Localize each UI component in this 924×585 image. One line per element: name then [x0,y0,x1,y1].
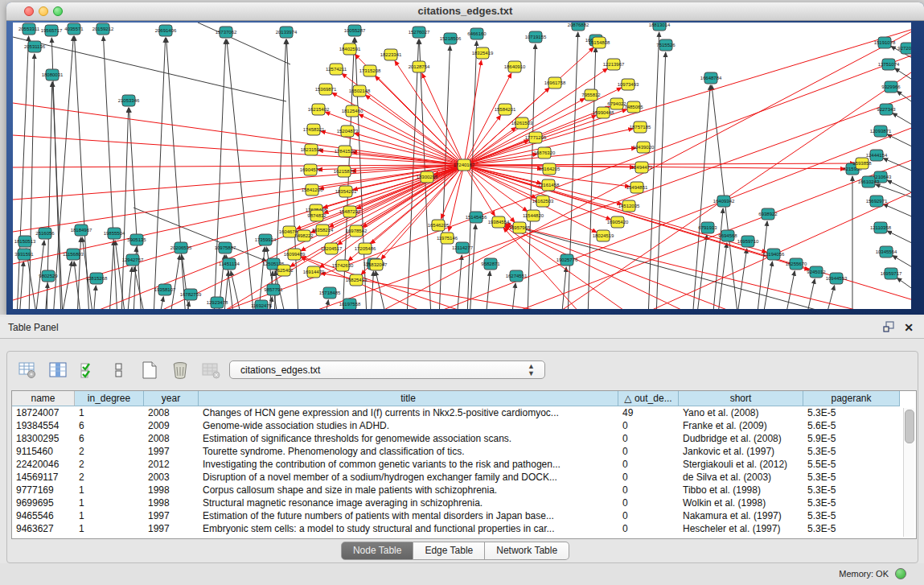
table-header-row[interactable]: namein_degreeyeartitle△ out_de...shortpa… [12,391,916,406]
show-columns-icon[interactable] [47,359,69,381]
column-header-short[interactable]: short [679,391,803,406]
network-edge[interactable] [109,241,113,309]
table-cell[interactable]: 0 [618,509,679,522]
memory-status-indicator[interactable] [895,568,906,579]
table-cell[interactable]: 6 [75,432,144,445]
network-edge[interactable] [561,267,566,309]
table-cell[interactable]: Stergiakouli et al. (2012) [679,458,803,471]
table-cell[interactable]: 18300295 [12,432,75,445]
network-edge[interactable] [133,208,267,262]
table-cell[interactable]: Franke et al. (2009) [679,419,803,432]
table-cell[interactable]: 9463627 [12,522,75,535]
table-cell[interactable]: Embryonic stem cells: a model to study s… [199,522,618,535]
table-row[interactable]: 911546021997Tourette syndrome. Phenomeno… [12,445,916,458]
table-cell[interactable]: 1 [75,406,144,419]
network-edge[interactable] [648,32,659,309]
network-edge[interactable] [893,256,911,268]
tab-node-table[interactable]: Node Table [341,542,414,560]
network-canvas-svg[interactable]: 2055331119565717403557120159212206914061… [13,23,911,309]
network-edge[interactable] [470,225,475,309]
scrollbar-thumb[interactable] [905,410,914,443]
column-header-out_de[interactable]: △ out_de... [618,391,679,406]
column-header-year[interactable]: year [144,391,199,406]
table-cell[interactable]: Nakamura et al. (1997) [679,509,803,522]
table-vertical-scrollbar[interactable] [903,408,914,537]
table-row[interactable]: 2242004622012Investigating the contribut… [12,458,916,471]
table-cell[interactable]: 5.3E-5 [803,509,900,522]
network-edge[interactable] [365,95,464,165]
table-cell[interactable]: 2008 [144,406,199,419]
table-cell[interactable]: Dudbridge et al. (2008) [679,432,803,445]
table-cell[interactable]: 5.3E-5 [803,496,900,509]
table-cell[interactable]: 1 [75,496,144,509]
table-cell[interactable]: Disruption of a novel member of a sodium… [199,471,618,484]
table-cell[interactable]: 0 [618,496,679,509]
table-cell[interactable]: 9777169 [12,484,75,496]
network-edge[interactable] [762,262,772,309]
network-edge[interactable] [13,165,464,200]
network-edge[interactable] [170,255,180,309]
table-cell[interactable]: 0 [618,432,679,445]
table-cell[interactable]: 5.3E-5 [803,471,900,484]
network-edge[interactable] [159,297,163,309]
network-edge[interactable] [806,279,815,309]
network-edge[interactable] [74,36,89,309]
table-cell[interactable]: de Silva et al. (2003) [679,471,803,484]
network-edge[interactable] [737,249,747,309]
table-row[interactable]: 1872400712008Changes of HCN gene express… [12,406,916,419]
column-header-in_degree[interactable]: in_degree [75,391,144,406]
table-cell[interactable]: 18724007 [12,406,75,419]
table-cell[interactable]: Yano et al. (2008) [679,406,803,419]
table-cell[interactable]: 0 [618,471,679,484]
table-row[interactable]: 977716911998Corpus callosum shape and si… [12,484,916,496]
table-cell[interactable]: Tibbo et al. (1998) [679,484,803,496]
table-cell[interactable]: Estimation of the future numbers of pati… [199,509,618,522]
column-header-title[interactable]: title [199,391,618,406]
table-row[interactable]: 946554611997Estimation of the future num… [12,509,916,522]
network-edge[interactable] [528,44,536,309]
table-cell[interactable]: Genome-wide association studies in ADHD. [199,419,618,432]
table-cell[interactable]: 9115460 [12,445,75,458]
network-edge[interactable] [692,85,710,309]
network-edge[interactable] [467,41,477,309]
table-panel-titlebar[interactable]: Table Panel ✕ [0,317,924,339]
table-cell[interactable]: Changes of HCN gene expression and I(f) … [199,406,618,419]
network-edge[interactable] [29,54,35,309]
close-panel-icon[interactable]: ✕ [901,320,916,335]
table-row[interactable]: 1456911722003Disruption of a novel membe… [12,471,916,484]
table-cell[interactable]: 19384554 [12,419,75,432]
network-edge[interactable] [511,283,515,309]
network-edge[interactable] [103,36,117,309]
network-edge[interactable] [376,271,387,309]
tab-edge-table[interactable]: Edge Table [413,542,485,560]
float-panel-icon[interactable] [882,320,897,335]
table-cell[interactable]: 5.5E-5 [803,458,900,471]
network-edge[interactable] [166,38,186,309]
table-cell[interactable]: 5.3E-5 [803,522,900,535]
table-cell[interactable]: Estimation of significance thresholds fo… [199,432,618,445]
network-edge[interactable] [825,286,835,309]
table-cell[interactable]: 2 [75,458,144,471]
table-cell[interactable]: 9465546 [12,509,75,522]
table-cell[interactable]: 5.3E-5 [803,445,900,458]
column-header-pagerank[interactable]: pagerank [803,391,900,406]
table-cell[interactable]: 1997 [144,509,199,522]
network-edge[interactable] [464,140,529,165]
table-cell[interactable]: 0 [618,522,679,535]
network-edge[interactable] [93,286,96,309]
table-cell[interactable]: Wolkin et al. (1998) [679,496,803,509]
network-edge[interactable] [486,271,490,309]
table-cell[interactable]: 0 [618,445,679,458]
network-edge[interactable] [893,113,911,126]
table-cell[interactable]: 49 [618,406,679,419]
table-cell[interactable]: 14569117 [12,471,75,484]
network-edge[interactable] [568,32,578,309]
network-edge[interactable] [198,23,290,64]
create-column-icon[interactable] [138,359,161,381]
network-edge[interactable] [464,29,911,165]
table-cell[interactable]: Structural magnetic resonance image aver… [199,496,618,509]
network-edge[interactable] [127,267,132,309]
row-options-icon[interactable] [108,359,130,381]
network-window-titlebar[interactable]: citations_edges.txt [6,2,924,21]
network-edge[interactable] [19,262,23,309]
